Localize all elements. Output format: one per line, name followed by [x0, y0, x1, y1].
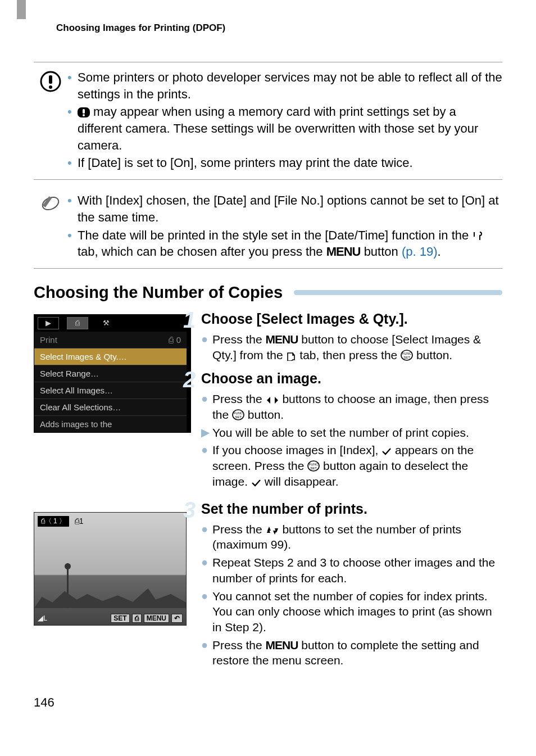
cam-tab-print-icon: ⎙	[67, 317, 88, 329]
svg-text:FUNC: FUNC	[234, 411, 243, 415]
svg-rect-1	[49, 75, 52, 84]
print-overlay-icon: ⎙〈 1 〉	[38, 516, 69, 527]
svg-text:FUNC: FUNC	[402, 352, 412, 355]
overlay-back-icon: ↶	[171, 614, 183, 623]
svg-point-5	[83, 114, 85, 116]
step-number: 2	[183, 367, 196, 392]
step-item: ● You cannot set the number of copies fo…	[201, 588, 502, 635]
svg-text:SET: SET	[235, 415, 242, 419]
step-item: ● Press the MENU button to choose [Selec…	[201, 332, 502, 363]
step-number: 1	[183, 307, 196, 333]
camera-preview-screenshot: ⎙〈 1 〉 ⎙1 ◢L SET ⎙ MENU ↶	[34, 512, 187, 626]
tip-note: • With [Index] chosen, the [Date] and [F…	[34, 185, 502, 269]
wrench-icon	[472, 231, 483, 241]
svg-text:SET: SET	[403, 356, 410, 359]
cam-menu-hint: Adds images to the	[34, 415, 187, 432]
section-tab	[17, 0, 26, 19]
cam-menu-row: Select Range…	[34, 365, 187, 382]
step-title: Choose an image.	[201, 370, 502, 387]
left-right-icon	[266, 396, 279, 405]
step-item: ● Press the MENU button to complete the …	[201, 637, 502, 668]
step-title: Set the number of prints.	[201, 501, 502, 517]
resolution-indicator: ◢L	[38, 614, 47, 622]
cam-tab-play-icon: ▶	[38, 317, 59, 329]
step-title: Choose [Select Images & Qty.].	[201, 311, 502, 327]
funcset-icon: FUNCSET	[401, 350, 413, 361]
step-item: ● Repeat Steps 2 and 3 to choose other i…	[201, 555, 502, 586]
overlay-set-button: SET	[111, 614, 129, 623]
check-icon	[251, 478, 261, 487]
caution-item: • If [Date] is set to [On], some printer…	[67, 155, 502, 171]
page-link[interactable]: (p. 19)	[402, 245, 438, 259]
heading-rule	[294, 290, 502, 295]
check-icon	[381, 447, 392, 456]
cam-menu-row: Select Images & Qty.…	[34, 348, 187, 365]
funcset-icon: FUNCSET	[307, 460, 320, 472]
svg-rect-4	[83, 109, 85, 114]
overlay-print-icon: ⎙	[132, 614, 142, 623]
menu-text-icon: MENU	[326, 245, 361, 259]
cam-tab-setup-icon: ⚒	[96, 318, 116, 329]
step-item: ● Press the buttons to choose an image, …	[201, 391, 502, 422]
camera-menu-screenshot: ▶ ⎙ ⚒ Print⎙ 0 Select Images & Qty.… Sel…	[34, 314, 191, 433]
caution-item: • Some printers or photo developer servi…	[67, 69, 502, 102]
up-down-icon	[266, 526, 279, 535]
tip-item: • With [Index] chosen, the [Date] and [F…	[67, 192, 502, 225]
copies-overlay: ⎙1	[71, 516, 87, 526]
caution-icon	[39, 70, 62, 93]
svg-text:FUNC: FUNC	[309, 463, 319, 466]
print-tab-icon	[286, 352, 296, 361]
menu-text-icon: MENU	[266, 333, 298, 346]
menu-text-icon: MENU	[266, 639, 298, 651]
step-item: ● If you choose images in [Index], appea…	[201, 442, 502, 489]
running-header: Choosing Images for Printing (DPOF)	[56, 22, 502, 34]
caution-note: • Some printers or photo developer servi…	[34, 62, 502, 180]
overlay-menu-button: MENU	[144, 614, 169, 623]
cam-menu-row: Clear All Selections…	[34, 399, 187, 415]
cam-menu-row: Select All Images…	[34, 382, 187, 399]
pencil-icon	[40, 193, 61, 214]
step-item: ▶ You will be able to set the number of …	[201, 425, 502, 441]
funcset-icon: FUNCSET	[232, 409, 244, 420]
step-number: 3	[183, 497, 196, 523]
step-item: ● Press the buttons to set the number of…	[201, 522, 502, 553]
page-number: 146	[34, 695, 502, 710]
svg-point-2	[49, 85, 52, 89]
section-heading: Choosing the Number of Copies	[34, 283, 283, 302]
caution-item: • may appear when using a memory card wi…	[67, 103, 502, 153]
tip-item: • The date will be printed in the style …	[67, 227, 502, 260]
svg-text:SET: SET	[310, 467, 317, 470]
cam-menu-title: Print⎙ 0	[34, 332, 187, 348]
info-chip-icon	[78, 107, 90, 117]
